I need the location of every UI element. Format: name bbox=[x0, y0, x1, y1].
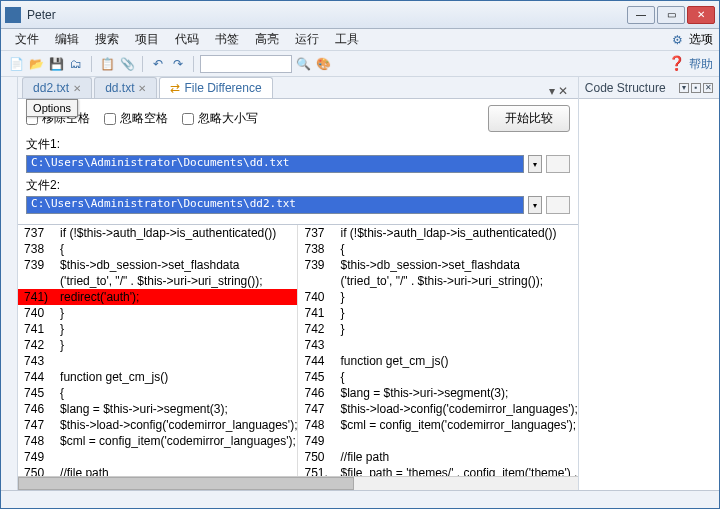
toolbar-search-input[interactable] bbox=[200, 55, 292, 73]
file1-input[interactable]: C:\Users\Administrator\Documents\dd.txt bbox=[26, 155, 524, 173]
paste-icon[interactable]: 📎 bbox=[118, 55, 136, 73]
close-icon[interactable]: ✕ bbox=[138, 83, 146, 94]
diff-options-panel: 移除空格 忽略空格 忽略大小写 开始比较 文件1: C:\Users\Admin… bbox=[18, 99, 578, 225]
menu-options[interactable]: 选项 bbox=[689, 31, 713, 48]
code-line: 749 bbox=[298, 433, 577, 449]
checkbox-ignore-spaces[interactable]: 忽略空格 bbox=[104, 110, 168, 127]
code-line: 749 bbox=[18, 449, 297, 465]
start-compare-button[interactable]: 开始比较 bbox=[488, 105, 570, 132]
separator bbox=[91, 56, 92, 72]
tab-file-difference[interactable]: ⇄File Difference bbox=[159, 77, 272, 98]
code-line: 741 } bbox=[18, 321, 297, 337]
code-line: 745 { bbox=[18, 385, 297, 401]
copy-icon[interactable]: 📋 bbox=[98, 55, 116, 73]
diff-right-column[interactable]: 737 if (!$this->auth_ldap->is_authentica… bbox=[298, 225, 577, 476]
save-all-icon[interactable]: 🗂 bbox=[67, 55, 85, 73]
app-icon bbox=[5, 7, 21, 23]
diff-left-column[interactable]: 737 if (!$this->auth_ldap->is_authentica… bbox=[18, 225, 298, 476]
panel-close-icon[interactable]: ✕ bbox=[703, 83, 713, 93]
code-line: 750 //file path bbox=[298, 449, 577, 465]
toolbar: 📄 📂 💾 🗂 📋 📎 ↶ ↷ 🔍 🎨 ❓ 帮助 bbox=[1, 51, 719, 77]
gear-icon: ⚙ bbox=[672, 33, 683, 47]
new-file-icon[interactable]: 📄 bbox=[7, 55, 25, 73]
code-line: 742 } bbox=[298, 321, 577, 337]
search-icon[interactable]: 🔍 bbox=[294, 55, 312, 73]
panel-title: Code Structure bbox=[585, 81, 666, 95]
titlebar: Peter — ▭ ✕ bbox=[1, 1, 719, 29]
code-line: ('tried_to', "/" . $this->uri->uri_strin… bbox=[298, 273, 577, 289]
code-line: 737 if (!$this->auth_ldap->is_authentica… bbox=[298, 225, 577, 241]
code-line: 746 $lang = $this->uri->segment(3); bbox=[298, 385, 577, 401]
save-icon[interactable]: 💾 bbox=[47, 55, 65, 73]
menu-tools[interactable]: 工具 bbox=[327, 29, 367, 50]
close-button[interactable]: ✕ bbox=[687, 6, 715, 24]
menu-file[interactable]: 文件 bbox=[7, 29, 47, 50]
code-line: 751, $file_path = 'themes/' . config_ite… bbox=[298, 465, 577, 476]
undo-icon[interactable]: ↶ bbox=[149, 55, 167, 73]
menu-run[interactable]: 运行 bbox=[287, 29, 327, 50]
tab-dd[interactable]: dd.txt✕ bbox=[94, 77, 157, 98]
code-line: 742 } bbox=[18, 337, 297, 353]
code-line: 741) redirect('auth'); bbox=[18, 289, 297, 305]
file2-browse-button[interactable] bbox=[546, 196, 570, 214]
checkbox-ignore-case[interactable]: 忽略大小写 bbox=[182, 110, 258, 127]
tab-bar: dd2.txt✕ dd.txt✕ ⇄File Difference ▾ ✕ Op… bbox=[18, 77, 578, 99]
redo-icon[interactable]: ↷ bbox=[169, 55, 187, 73]
code-line: 741 } bbox=[298, 305, 577, 321]
menubar: 文件 编辑 搜索 项目 代码 书签 高亮 运行 工具 ⚙ 选项 bbox=[1, 29, 719, 51]
file2-dropdown-icon[interactable]: ▾ bbox=[528, 196, 542, 214]
left-gutter bbox=[1, 77, 18, 490]
code-line: 744 function get_cm_js() bbox=[298, 353, 577, 369]
menu-project[interactable]: 项目 bbox=[127, 29, 167, 50]
file1-browse-button[interactable] bbox=[546, 155, 570, 173]
code-line: 740 } bbox=[298, 289, 577, 305]
menu-highlight[interactable]: 高亮 bbox=[247, 29, 287, 50]
window-title: Peter bbox=[27, 8, 625, 22]
options-tooltip: Options bbox=[26, 99, 78, 117]
code-line: 747 $this->load->config('codemirror_lang… bbox=[298, 401, 577, 417]
menu-search[interactable]: 搜索 bbox=[87, 29, 127, 50]
code-line: 740 } bbox=[18, 305, 297, 321]
code-line: 743 bbox=[18, 353, 297, 369]
palette-icon[interactable]: 🎨 bbox=[314, 55, 332, 73]
tab-dd2[interactable]: dd2.txt✕ bbox=[22, 77, 92, 98]
code-line: 737 if (!$this->auth_ldap->is_authentica… bbox=[18, 225, 297, 241]
code-line: 739 $this->db_session->set_flashdata bbox=[298, 257, 577, 273]
code-line: 748 $cml = config_item('codemirror_langu… bbox=[298, 417, 577, 433]
file2-input[interactable]: C:\Users\Administrator\Documents\dd2.txt bbox=[26, 196, 524, 214]
code-line: 745 { bbox=[298, 369, 577, 385]
code-line: 747 $this->load->config('codemirror_lang… bbox=[18, 417, 297, 433]
horizontal-scrollbar[interactable] bbox=[18, 476, 578, 490]
statusbar bbox=[1, 490, 719, 509]
help-icon[interactable]: ❓ 帮助 bbox=[668, 55, 713, 73]
menu-edit[interactable]: 编辑 bbox=[47, 29, 87, 50]
separator bbox=[193, 56, 194, 72]
open-file-icon[interactable]: 📂 bbox=[27, 55, 45, 73]
code-line: 750 //file path bbox=[18, 465, 297, 476]
code-line: 743 bbox=[298, 337, 577, 353]
maximize-button[interactable]: ▭ bbox=[657, 6, 685, 24]
code-structure-body bbox=[579, 99, 719, 490]
code-line: 738 { bbox=[298, 241, 577, 257]
code-line: 738 { bbox=[18, 241, 297, 257]
file2-label: 文件2: bbox=[26, 177, 570, 194]
code-line: 739 $this->db_session->set_flashdata bbox=[18, 257, 297, 273]
code-line: 746 $lang = $this->uri->segment(3); bbox=[18, 401, 297, 417]
code-line: 744 function get_cm_js() bbox=[18, 369, 297, 385]
file1-label: 文件1: bbox=[26, 136, 570, 153]
close-icon[interactable]: ✕ bbox=[73, 83, 81, 94]
code-line: ('tried_to', "/" . $this->uri->uri_strin… bbox=[18, 273, 297, 289]
code-structure-panel: Code Structure ▾ ▪ ✕ bbox=[579, 77, 719, 490]
code-line: 748 $cml = config_item('codemirror_langu… bbox=[18, 433, 297, 449]
menu-code[interactable]: 代码 bbox=[167, 29, 207, 50]
separator bbox=[142, 56, 143, 72]
menu-bookmark[interactable]: 书签 bbox=[207, 29, 247, 50]
minimize-button[interactable]: — bbox=[627, 6, 655, 24]
diff-code-area: 737 if (!$this->auth_ldap->is_authentica… bbox=[18, 225, 578, 476]
panel-dropdown-icon[interactable]: ▾ bbox=[679, 83, 689, 93]
panel-pin-icon[interactable]: ▪ bbox=[691, 83, 701, 93]
tab-panel-controls[interactable]: ▾ ✕ bbox=[543, 84, 574, 98]
file1-dropdown-icon[interactable]: ▾ bbox=[528, 155, 542, 173]
